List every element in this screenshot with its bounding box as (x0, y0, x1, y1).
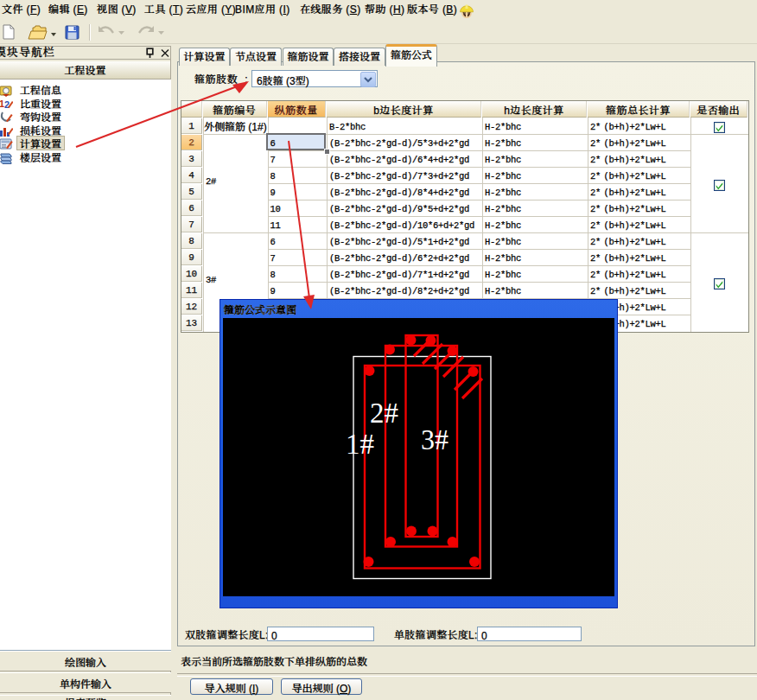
svg-text:2#: 2# (370, 397, 398, 429)
svg-text:3#: 3# (421, 423, 448, 455)
svg-text:1#: 1# (346, 428, 374, 460)
